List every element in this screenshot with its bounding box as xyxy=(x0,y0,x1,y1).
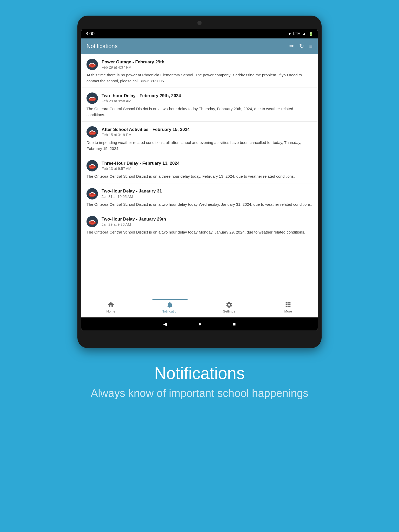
school-logo xyxy=(87,188,98,200)
nav-item-more[interactable]: More xyxy=(259,299,318,315)
school-logo xyxy=(87,160,98,171)
settings-icon xyxy=(225,301,233,308)
notification-header: Power Outage - February 29th Feb 29 at 4… xyxy=(87,59,312,70)
notification-date: Feb 13 at 9:57 AM xyxy=(102,167,179,171)
notification-item[interactable]: Two-Hour Delay - January 29th Jan 29 at … xyxy=(81,211,318,239)
notification-header: Three-Hour Delay - February 13, 2024 Feb… xyxy=(87,160,312,171)
notification-item[interactable]: Power Outage - February 29th Feb 29 at 4… xyxy=(81,54,318,88)
notification-body: The Onteora Central School District is o… xyxy=(87,229,312,235)
bottom-nav: Home Notification Settings More xyxy=(81,297,318,317)
notification-meta: After School Activities - February 15, 2… xyxy=(102,127,190,137)
notification-title: Two -hour Delay - February 29th, 2024 xyxy=(102,93,181,98)
notification-body: The Onteora Central School District is o… xyxy=(87,174,312,179)
notification-meta: Power Outage - February 29th Feb 29 at 4… xyxy=(102,59,164,69)
notification-body: The Onteora Central School District is o… xyxy=(87,202,312,208)
notification-item[interactable]: Three-Hour Delay - February 13, 2024 Feb… xyxy=(81,155,318,183)
school-logo xyxy=(87,216,98,227)
status-bar: 8:00 ▾ LTE ▲ 🔋 xyxy=(81,29,318,38)
notification-body: Due to impending weather related conditi… xyxy=(87,140,312,151)
android-nav: ◀ ● ■ xyxy=(81,317,318,330)
notification-body: At this time there is no power at Phoeni… xyxy=(87,72,312,84)
notification-item[interactable]: Two-Hour Delay - Janaury 31 Jan 31 at 10… xyxy=(81,183,318,211)
notification-body: The Onteora Central School District is o… xyxy=(87,106,312,118)
notification-meta: Two-Hour Delay - January 29th Jan 29 at … xyxy=(102,217,166,227)
bottom-subtitle: Always know of important school happenin… xyxy=(91,387,308,400)
notification-date: Jan 31 at 10:05 AM xyxy=(102,195,162,199)
status-right: ▾ LTE ▲ 🔋 xyxy=(289,31,314,36)
bottom-text-section: Notifications Always know of important s… xyxy=(70,364,329,400)
notification-title: Two-Hour Delay - January 29th xyxy=(102,217,166,222)
notification-title: Power Outage - February 29th xyxy=(102,59,164,65)
home-button[interactable]: ● xyxy=(198,321,201,327)
header-title: Notifications xyxy=(87,43,118,50)
bottom-main-title: Notifications xyxy=(154,364,245,383)
tablet-screen: 8:00 ▾ LTE ▲ 🔋 Notifications ✏ ↻ ≡ xyxy=(81,29,318,330)
school-logo xyxy=(87,92,98,104)
recent-button[interactable]: ■ xyxy=(233,321,236,327)
tablet-camera xyxy=(197,21,202,25)
home-icon xyxy=(107,301,115,308)
nav-item-settings[interactable]: Settings xyxy=(200,299,259,315)
nav-label-settings: Settings xyxy=(223,309,235,313)
notification-meta: Two-Hour Delay - Janaury 31 Jan 31 at 10… xyxy=(102,189,162,198)
more-icon xyxy=(284,301,292,308)
notification-date: Feb 15 at 3:19 PM xyxy=(102,133,190,137)
notification-header: Two -hour Delay - February 29th, 2024 Fe… xyxy=(87,92,312,104)
edit-icon[interactable]: ✏ xyxy=(289,43,294,50)
header-icons: ✏ ↻ ≡ xyxy=(289,43,312,50)
refresh-icon[interactable]: ↻ xyxy=(299,43,304,50)
nav-label-notification: Notification xyxy=(162,309,178,313)
notification-date: Feb 29 at 4:37 PM xyxy=(102,65,164,69)
app-header: Notifications ✏ ↻ ≡ xyxy=(81,38,318,54)
notification-date: Feb 29 at 9:58 AM xyxy=(102,99,181,103)
nav-item-home[interactable]: Home xyxy=(81,299,141,315)
battery-icon: 🔋 xyxy=(308,31,314,36)
menu-icon[interactable]: ≡ xyxy=(309,43,312,50)
signal-icon: ▲ xyxy=(302,31,306,36)
notification-title: Two-Hour Delay - Janaury 31 xyxy=(102,189,162,194)
notification-icon xyxy=(166,301,174,308)
notification-item[interactable]: After School Activities - February 15, 2… xyxy=(81,122,318,155)
back-button[interactable]: ◀ xyxy=(163,321,167,327)
school-logo xyxy=(87,126,98,138)
nav-label-home: Home xyxy=(106,309,115,313)
notification-item[interactable]: Two -hour Delay - February 29th, 2024 Fe… xyxy=(81,88,318,122)
notification-meta: Three-Hour Delay - February 13, 2024 Feb… xyxy=(102,161,179,171)
school-logo xyxy=(87,59,98,70)
notification-header: After School Activities - February 15, 2… xyxy=(87,126,312,138)
notification-header: Two-Hour Delay - January 29th Jan 29 at … xyxy=(87,216,312,227)
notification-meta: Two -hour Delay - February 29th, 2024 Fe… xyxy=(102,93,181,103)
notification-list: Power Outage - February 29th Feb 29 at 4… xyxy=(81,54,318,297)
lte-label: LTE xyxy=(293,31,300,36)
nav-item-notification[interactable]: Notification xyxy=(141,299,200,315)
notification-date: Jan 29 at 9:36 AM xyxy=(102,222,166,227)
notification-title: After School Activities - February 15, 2… xyxy=(102,127,190,132)
nav-label-more: More xyxy=(284,309,292,313)
notification-title: Three-Hour Delay - February 13, 2024 xyxy=(102,161,179,166)
notification-header: Two-Hour Delay - Janaury 31 Jan 31 at 10… xyxy=(87,188,312,200)
wifi-icon: ▾ xyxy=(289,31,291,36)
status-time: 8:00 xyxy=(85,31,95,37)
tablet-shell: 8:00 ▾ LTE ▲ 🔋 Notifications ✏ ↻ ≡ xyxy=(77,16,322,348)
